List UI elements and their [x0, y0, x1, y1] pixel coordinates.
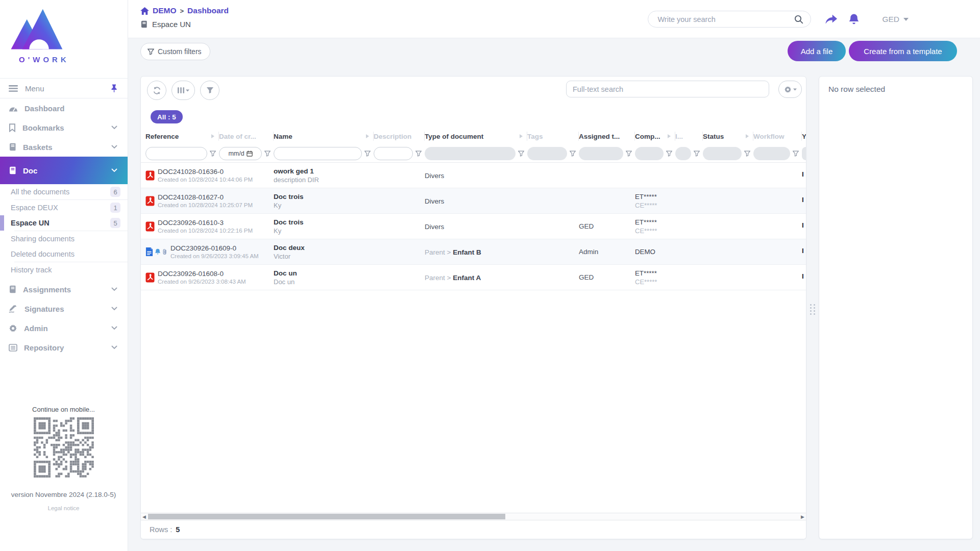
documents-table-card: All : 5 Reference Date of cr... Name Des… — [140, 76, 806, 539]
column-header-tags[interactable]: Tags — [527, 132, 579, 141]
all-count-badge[interactable]: All : 5 — [151, 110, 183, 123]
sidebar-item-signatures[interactable]: Signatures — [0, 299, 128, 318]
breadcrumb-root[interactable]: DEMO — [153, 6, 177, 15]
workflow-filter[interactable] — [753, 147, 790, 160]
table-row[interactable]: DOC230926-01609-0Created on 9/26/2023 3:… — [141, 239, 806, 265]
refresh-button[interactable] — [147, 81, 166, 100]
pin-icon[interactable] — [111, 84, 117, 92]
sidebar-item-deleted-documents[interactable]: Deleted documents — [0, 246, 128, 262]
date-filter-input[interactable]: mm/d — [219, 147, 262, 160]
mobile-hint: Continue on mobile... — [0, 406, 127, 413]
filter-button[interactable] — [200, 81, 219, 100]
table-row[interactable]: DOC241028-01636-0Created on 10/28/2024 1… — [141, 163, 806, 188]
sort-arrow-icon — [745, 134, 749, 139]
table-filter-row: mm/d — [141, 144, 806, 163]
column-header-description[interactable]: Description — [374, 132, 425, 141]
filter-funnel-icon[interactable] — [666, 151, 672, 157]
column-header-i[interactable]: I... — [675, 132, 703, 141]
create-from-template-button[interactable]: Create from a template — [849, 41, 957, 61]
column-header-date[interactable]: Date of cr... — [219, 132, 274, 141]
profile-label: GED — [882, 15, 899, 24]
column-header-status[interactable]: Status — [703, 132, 753, 141]
qr-code — [34, 417, 94, 478]
column-header-y[interactable]: Y — [802, 132, 806, 141]
table-row[interactable]: DOC230926-01608-0Created on 9/26/2023 3:… — [141, 265, 806, 290]
global-search[interactable] — [648, 11, 811, 28]
filter-funnel-icon[interactable] — [415, 151, 422, 157]
assigned-filter[interactable] — [579, 147, 623, 160]
list-icon — [9, 344, 17, 352]
scroll-left-icon[interactable]: ◀ — [141, 514, 148, 519]
filter-funnel-icon[interactable] — [626, 151, 632, 157]
fulltext-search-input[interactable] — [566, 81, 769, 97]
sidebar-item-doc[interactable]: Doc — [0, 157, 128, 184]
bell-icon[interactable] — [848, 13, 860, 26]
chevron-down-icon — [111, 145, 117, 149]
filter-funnel-icon[interactable] — [744, 151, 750, 157]
legal-notice-link[interactable]: Legal notice — [0, 505, 127, 511]
table-row[interactable]: DOC241028-01627-0Created on 10/28/2024 1… — [141, 188, 806, 214]
sidebar-item-admin[interactable]: Admin — [0, 318, 128, 338]
share-icon[interactable] — [824, 14, 838, 25]
sidebar-item-baskets[interactable]: Baskets — [0, 137, 128, 157]
add-file-button[interactable]: Add a file — [788, 41, 846, 61]
filter-funnel-icon[interactable] — [694, 151, 700, 157]
sidebar-item-label: Bookmarks — [22, 123, 64, 132]
sidebar-item-repository[interactable]: Repository — [0, 338, 128, 357]
global-search-input[interactable] — [657, 15, 794, 23]
sidebar-item-history-track[interactable]: History track — [0, 262, 128, 278]
custom-filters-button[interactable]: Custom filters — [140, 43, 210, 60]
status-filter[interactable] — [703, 147, 742, 160]
column-header-assigned[interactable]: Assigned t... — [579, 132, 635, 141]
columns-button[interactable] — [172, 81, 195, 100]
sidebar-item-sharing-documents[interactable]: Sharing documents — [0, 231, 128, 246]
company-filter[interactable] — [635, 147, 664, 160]
horizontal-scrollbar[interactable]: ◀ ▶ — [141, 513, 806, 520]
panel-resize-handle[interactable] — [809, 302, 816, 317]
profile-menu[interactable]: GED — [882, 15, 909, 24]
filter-funnel-icon[interactable] — [264, 151, 271, 157]
breadcrumb-page[interactable]: Dashboard — [187, 6, 229, 15]
home-icon[interactable] — [140, 7, 149, 15]
search-icon[interactable] — [794, 15, 803, 24]
empty-selection-message: No row selected — [819, 77, 972, 94]
type-filter[interactable] — [425, 147, 516, 160]
chevron-down-icon — [111, 287, 117, 291]
name-filter-input[interactable] — [274, 147, 362, 160]
filter-funnel-icon[interactable] — [364, 151, 371, 157]
column-header-workflow[interactable]: Workflow — [753, 132, 802, 141]
column-header-type[interactable]: Type of document — [425, 132, 527, 141]
filter-funnel-icon[interactable] — [518, 151, 524, 157]
filter-funnel-icon[interactable] — [570, 151, 576, 157]
filter-funnel-icon[interactable] — [210, 151, 216, 157]
column-header-reference[interactable]: Reference — [145, 132, 219, 141]
table-settings-button[interactable] — [778, 81, 802, 98]
count-badge: 5 — [110, 218, 120, 228]
column-header-name[interactable]: Name — [274, 132, 374, 141]
scrollbar-thumb[interactable] — [148, 514, 505, 519]
sidebar-item-label: Doc — [23, 166, 37, 175]
column-header-company[interactable]: Comp... — [635, 132, 675, 141]
sidebar-item-label: Dashboard — [24, 104, 64, 113]
description-filter-input[interactable] — [374, 147, 413, 160]
i-filter[interactable] — [675, 147, 691, 160]
sidebar-item-all-documents[interactable]: All the documents 6 — [0, 184, 128, 199]
book-icon — [9, 143, 16, 151]
book-icon — [9, 166, 16, 174]
calendar-icon[interactable] — [247, 151, 253, 157]
sidebar-item-assignments[interactable]: Assignments — [0, 280, 128, 299]
sidebar-item-dashboard[interactable]: Dashboard — [0, 98, 128, 118]
table-header: Reference Date of cr... Name Description… — [141, 129, 806, 143]
reference-filter-input[interactable] — [145, 147, 207, 160]
tags-filter[interactable] — [527, 147, 567, 160]
scroll-right-icon[interactable]: ▶ — [799, 514, 806, 519]
table-row[interactable]: DOC230926-01610-3Created on 10/28/2024 1… — [141, 214, 806, 239]
sidebar-item-bookmarks[interactable]: Bookmarks — [0, 118, 128, 137]
sidebar-item-espace-un[interactable]: Espace UN 5 — [0, 215, 128, 231]
y-filter[interactable] — [802, 147, 806, 160]
sidebar-item-espace-deux[interactable]: Espace DEUX 1 — [0, 200, 128, 215]
filter-funnel-icon[interactable] — [793, 151, 799, 157]
doc-submenu: All the documents 6 Espace DEUX 1 Espace… — [0, 184, 128, 278]
menu-toggle[interactable]: Menu — [0, 78, 128, 98]
breadcrumb: DEMO > Dashboard Espace UN — [140, 5, 229, 30]
